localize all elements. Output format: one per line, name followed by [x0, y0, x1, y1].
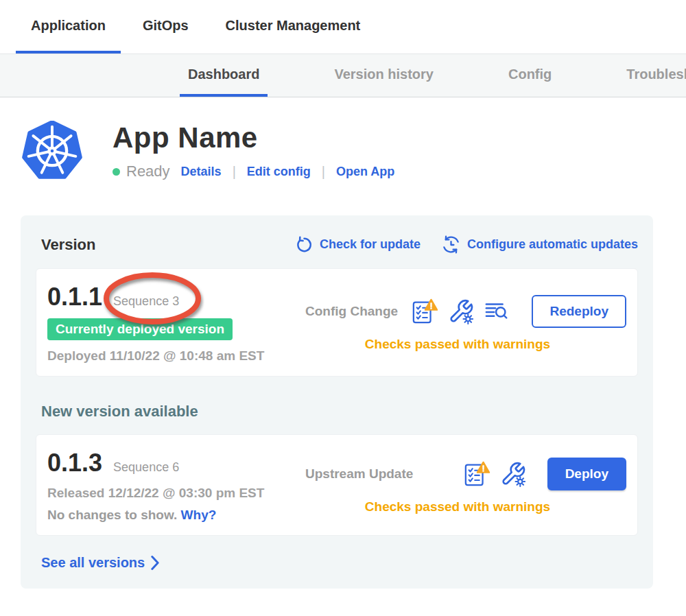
available-checks-status: Checks passed with warnings [289, 499, 626, 514]
available-version-sequence: Sequence 6 [113, 460, 179, 475]
current-version-row: 0.1.1 Sequence 3 Currently deployed vers… [36, 268, 638, 377]
ready-dot-icon [113, 168, 120, 176]
available-version-row: 0.1.3 Sequence 6 Released 12/12/22 @ 03:… [36, 434, 638, 536]
current-version-source: Config Change [305, 304, 398, 319]
edit-config-link[interactable]: Edit config [247, 165, 311, 179]
current-version-sequence: Sequence 3 [113, 294, 179, 309]
tab-application[interactable]: Application [16, 0, 121, 54]
details-link[interactable]: Details [181, 165, 222, 179]
why-link[interactable]: Why? [181, 508, 217, 522]
app-header: App Name Ready Details | Edit config | O… [0, 97, 686, 181]
tab-version-history[interactable]: Version history [326, 54, 442, 97]
tab-config[interactable]: Config [500, 54, 560, 97]
page-title: App Name [113, 121, 394, 154]
version-card: Version Check for update [21, 215, 653, 589]
config-wrench-icon[interactable] [448, 298, 474, 324]
divider: | [233, 164, 236, 180]
check-for-update-link[interactable]: Check for update [295, 235, 421, 254]
config-wrench-icon[interactable] [500, 461, 526, 487]
preflight-checks-icon[interactable] [464, 461, 490, 487]
status-label: Ready [126, 163, 170, 180]
new-version-heading: New version available [41, 403, 638, 420]
available-version-source: Upstream Update [305, 466, 413, 482]
tab-troubleshoot[interactable]: Troubleshoot [618, 54, 686, 97]
tab-gitops[interactable]: GitOps [128, 0, 204, 54]
view-files-icon[interactable] [484, 298, 510, 324]
current-checks-status: Checks passed with warnings [289, 337, 626, 352]
redeploy-button[interactable]: Redeploy [532, 295, 626, 328]
refresh-icon [295, 235, 314, 254]
version-card-title: Version [41, 236, 95, 254]
currently-deployed-badge: Currently deployed version [47, 318, 233, 340]
open-app-link[interactable]: Open App [336, 165, 394, 179]
divider: | [322, 164, 325, 180]
no-changes-text: No changes to show. [47, 508, 177, 522]
released-timestamp: Released 12/12/22 @ 03:30 pm EST [47, 486, 289, 501]
tab-dashboard[interactable]: Dashboard [180, 54, 268, 97]
deploy-button[interactable]: Deploy [547, 458, 626, 490]
app-status: Ready [113, 163, 170, 180]
see-all-versions-link[interactable]: See all versions [41, 555, 160, 571]
kubernetes-logo-icon [22, 121, 82, 181]
deployed-timestamp: Deployed 11/10/22 @ 10:48 am EST [47, 348, 289, 364]
preflight-checks-icon[interactable] [412, 298, 438, 324]
primary-nav: Application GitOps Cluster Management [0, 0, 686, 54]
chevron-right-icon [151, 556, 160, 570]
available-version-number: 0.1.3 [47, 449, 102, 477]
auto-update-clock-icon [441, 235, 461, 254]
current-version-number: 0.1.1 [47, 283, 102, 311]
configure-automatic-updates-link[interactable]: Configure automatic updates [441, 235, 638, 254]
tab-cluster-management[interactable]: Cluster Management [211, 0, 376, 54]
app-sub-nav: Dashboard Version history Config Trouble… [0, 54, 686, 97]
